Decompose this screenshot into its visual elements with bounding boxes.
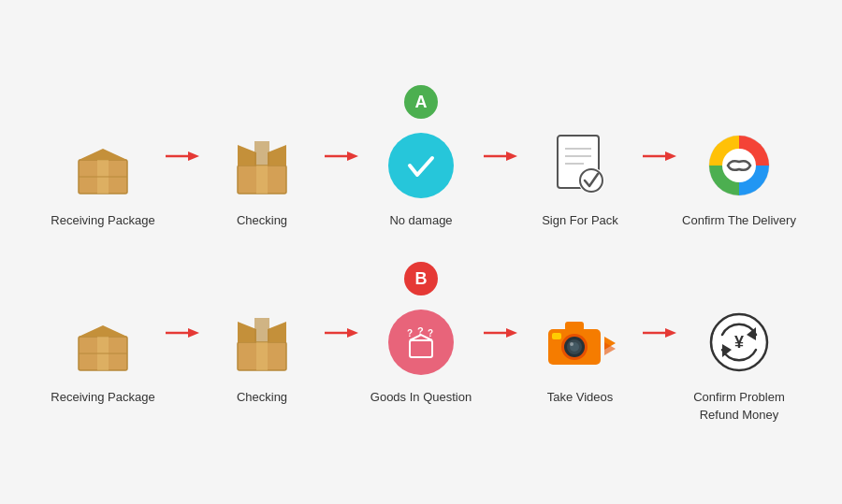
svg-marker-2 (79, 149, 127, 160)
flow-row-a: Receiving Package (42, 128, 800, 229)
step-a1-icon (65, 128, 140, 203)
svg-marker-59 (665, 328, 676, 338)
step-b2: Checking (201, 305, 323, 406)
step-b2-label: Checking (237, 389, 287, 406)
arrow-b1 (166, 305, 199, 342)
arrow-a4 (643, 128, 676, 166)
step-b4-label: Take Videos (547, 389, 614, 406)
svg-point-53 (570, 342, 573, 346)
step-a1-label: Receiving Package (51, 212, 154, 229)
step-a2-icon (225, 128, 299, 203)
svg-rect-11 (254, 141, 269, 166)
step-a3-icon (384, 128, 458, 203)
step-b2-icon (225, 305, 299, 380)
section-a: A Re (9, 71, 833, 238)
step-a5-label: Confirm The Delivery (682, 212, 796, 229)
step-a4-icon (543, 128, 617, 203)
svg-text:¥: ¥ (734, 333, 744, 352)
svg-rect-54 (565, 322, 584, 331)
step-a1: Receiving Package (42, 128, 164, 229)
svg-rect-55 (552, 333, 561, 339)
svg-rect-38 (254, 318, 269, 342)
flow-row-b: Receiving Package Che (42, 305, 800, 423)
arrow-b3 (484, 305, 517, 342)
arrow-a2 (325, 128, 358, 166)
section-b: B Receiving Package (9, 248, 833, 432)
svg-text:?: ? (417, 325, 424, 337)
svg-marker-47 (506, 328, 517, 338)
svg-marker-36 (238, 322, 256, 342)
arrow-b2 (325, 305, 358, 342)
step-a2: Checking (201, 128, 323, 229)
svg-marker-41 (347, 328, 358, 338)
svg-marker-10 (268, 145, 286, 166)
svg-marker-14 (347, 151, 358, 161)
step-b3-icon: ? ? ? (384, 305, 458, 380)
step-b3: ? ? ? Goods In Question (360, 305, 482, 406)
step-a3-label: No damage (389, 212, 452, 229)
svg-marker-6 (188, 151, 199, 161)
svg-rect-12 (256, 166, 268, 194)
main-container: A Re (9, 71, 833, 433)
step-a5-icon (702, 128, 777, 203)
svg-text:?: ? (428, 328, 433, 338)
step-b1-label: Receiving Package (51, 389, 154, 406)
step-b5-icon: ¥ (702, 305, 777, 380)
step-b1-icon (65, 305, 140, 380)
svg-rect-42 (410, 340, 432, 357)
step-b5: ¥ Confirm ProblemRefund Money (678, 305, 800, 423)
step-a5: Confirm The Delivery (678, 128, 800, 229)
svg-text:?: ? (407, 328, 413, 338)
svg-point-21 (578, 167, 604, 194)
step-b3-label: Goods In Question (370, 389, 472, 406)
step-a4-label: Sign For Pack (542, 212, 618, 229)
step-b5-label: Confirm ProblemRefund Money (693, 389, 785, 423)
svg-marker-24 (665, 151, 676, 161)
svg-marker-33 (188, 328, 199, 338)
arrow-a1 (166, 128, 199, 166)
svg-marker-37 (268, 322, 286, 342)
svg-rect-39 (256, 342, 268, 370)
section-a-label: A (404, 85, 438, 119)
arrow-a3 (484, 128, 517, 166)
svg-marker-9 (238, 145, 256, 166)
section-b-label: B (404, 262, 438, 295)
arrow-b4 (643, 305, 676, 342)
step-b4: Take Videos (519, 305, 641, 406)
svg-marker-16 (506, 151, 517, 161)
svg-marker-29 (79, 325, 127, 337)
step-b1: Receiving Package (42, 305, 164, 406)
step-a3: No damage (360, 128, 482, 229)
step-a4: Sign For Pack (519, 128, 641, 229)
step-b4-icon (543, 305, 617, 380)
step-a2-label: Checking (237, 212, 287, 229)
